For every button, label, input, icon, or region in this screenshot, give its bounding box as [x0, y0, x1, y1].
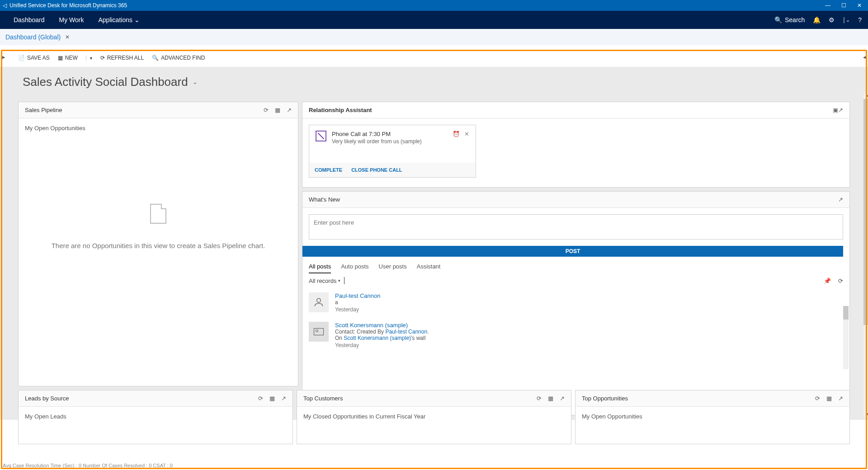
status-bar: Avg Case Resolution Time (Sec) : 0 Numbe…	[0, 462, 868, 470]
search-label: Search	[785, 16, 805, 24]
settings-dropdown-icon[interactable]: │⌄	[843, 17, 850, 23]
dismiss-card-icon[interactable]: ✕	[464, 131, 469, 145]
nav-my-work[interactable]: My Work	[52, 16, 91, 24]
dynamics-logo-icon: ◁	[3, 2, 7, 9]
save-as-button[interactable]: 📄 SAVE AS	[18, 55, 50, 61]
svg-point-0	[317, 298, 321, 302]
filter-label: All records	[309, 277, 336, 284]
advanced-find-button[interactable]: 🔍 ADVANCED FIND	[152, 55, 205, 61]
complete-action[interactable]: COMPLETE	[315, 167, 342, 173]
snooze-icon[interactable]: ⏰	[453, 131, 460, 145]
tab-assistant[interactable]: Assistant	[417, 263, 441, 273]
whats-new-panel: What's New ↗ POST All posts Auto posts U…	[302, 191, 850, 415]
refresh-icon[interactable]: ⟳	[258, 395, 263, 402]
empty-chart-placeholder: There are no Opportunities in this view …	[25, 204, 292, 249]
close-window-icon[interactable]: ✕	[857, 2, 862, 9]
new-dropdown[interactable]: ▾	[86, 56, 92, 61]
popout-icon[interactable]: ↗	[281, 395, 286, 402]
refresh-icon: ⟳	[100, 55, 105, 61]
chevron-down-icon: ⌄	[134, 16, 140, 24]
chevron-down-icon: ▾	[338, 278, 340, 283]
expand-right-panel-icon[interactable]: ◀	[863, 49, 867, 65]
grid-icon[interactable]: ▦	[275, 107, 280, 113]
card-title: Phone Call at 7:30 PM	[332, 131, 422, 137]
tab-all-posts[interactable]: All posts	[309, 263, 331, 273]
opportunities-subtitle: My Open Opportunities	[582, 413, 843, 420]
scroll-down-arrow[interactable]: ▼	[863, 412, 868, 418]
maximize-icon[interactable]: ☐	[841, 2, 846, 9]
nav-dashboard[interactable]: Dashboard	[6, 16, 52, 24]
dashboard-title: Sales Activity Social Dashboard	[23, 75, 188, 89]
refresh-icon[interactable]: ⟳	[537, 395, 542, 402]
popout-icon[interactable]: ↗	[838, 395, 843, 402]
refresh-icon[interactable]: ⟳	[264, 107, 269, 113]
relationship-assistant-panel: Relationship Assistant ▣↗ Phone Call at …	[302, 102, 850, 188]
post-author[interactable]: Scott Konersmann (sample)	[335, 322, 429, 329]
sales-pipeline-title: Sales Pipeline	[25, 107, 62, 113]
settings-gear-icon[interactable]: ⚙	[829, 16, 835, 24]
assistant-card[interactable]: Phone Call at 7:30 PM Very likely will o…	[309, 125, 476, 178]
content-scrollbar[interactable]: ▲ ▼	[863, 93, 868, 418]
post-input[interactable]	[309, 214, 843, 240]
save-as-label: SAVE AS	[27, 55, 50, 61]
post-list: Paul-test Cannon a Yesterday Scott Ko	[302, 288, 849, 353]
session-tabs: Dashboard (Global) ✕	[0, 29, 868, 45]
post-line2: On Scott Konersmann (sample)'s wall	[335, 335, 429, 341]
grid-icon[interactable]: ▦	[826, 395, 832, 402]
grid-icon[interactable]: ▦	[548, 395, 553, 402]
grid-icon[interactable]: ▦	[269, 395, 275, 402]
scroll-up-arrow[interactable]: ▲	[863, 93, 868, 99]
opportunities-title: Top Opportunities	[582, 395, 628, 402]
post-author[interactable]: Paul-test Cannon	[335, 292, 380, 299]
refresh-icon[interactable]: ⟳	[838, 277, 843, 284]
new-button[interactable]: ▦ NEW	[58, 55, 78, 61]
global-search[interactable]: 🔍 Search	[774, 16, 805, 24]
post-link[interactable]: Paul-test Cannon	[385, 329, 427, 335]
sales-pipeline-subtitle: My Open Opportunities	[25, 125, 292, 132]
close-phone-call-action[interactable]: CLOSE PHONE CALL	[351, 167, 402, 173]
scrollbar-thumb[interactable]	[863, 99, 868, 325]
document-icon	[150, 204, 166, 224]
tab-dashboard-global[interactable]: Dashboard (Global) ✕	[5, 33, 70, 41]
whats-new-title: What's New	[309, 196, 340, 203]
popout-icon[interactable]: ▣↗	[833, 107, 843, 113]
post-body: a	[335, 299, 380, 306]
dashboard-header: Sales Activity Social Dashboard ⌄	[0, 67, 868, 97]
command-bar: 📄 SAVE AS ▦ NEW ▾ ⟳ REFRESH ALL 🔍 ADVANC…	[0, 49, 868, 67]
nav-applications[interactable]: Applications ⌄	[91, 16, 147, 24]
popout-icon[interactable]: ↗	[560, 395, 565, 402]
top-opportunities-panel: Top Opportunities ⟳ ▦ ↗ My Open Opportun…	[575, 390, 850, 444]
refresh-all-label: REFRESH ALL	[107, 55, 144, 61]
post-button[interactable]: POST	[302, 246, 843, 257]
tab-auto-posts[interactable]: Auto posts	[341, 263, 368, 273]
new-label: NEW	[65, 55, 78, 61]
app-title: Unified Service Desk for Microsoft Dynam…	[9, 2, 127, 9]
post-item: Scott Konersmann (sample) Contact: Creat…	[309, 317, 843, 353]
notification-bell-icon[interactable]: 🔔	[813, 16, 821, 24]
post-line1: Contact: Created By Paul-test Cannon.	[335, 329, 429, 335]
posts-scrollbar[interactable]	[843, 306, 849, 369]
popout-icon[interactable]: ↗	[287, 107, 292, 113]
dashboard-selector-icon[interactable]: ⌄	[193, 79, 198, 85]
refresh-all-button[interactable]: ⟳ REFRESH ALL	[100, 55, 144, 61]
refresh-icon[interactable]: ⟳	[815, 395, 820, 402]
contact-card-icon	[309, 322, 329, 342]
leads-by-source-panel: Leads by Source ⟳ ▦ ↗ My Open Leads	[18, 390, 293, 444]
scrollbar-thumb[interactable]	[843, 306, 849, 320]
search-icon: 🔍	[774, 16, 782, 24]
pin-icon[interactable]: 📌	[824, 277, 831, 284]
popout-icon[interactable]: ↗	[838, 196, 843, 203]
customers-subtitle: My Closed Opportunities in Current Fisca…	[303, 413, 565, 420]
minimize-icon[interactable]: —	[825, 2, 830, 9]
post-link[interactable]: Scott Konersmann (sample)	[344, 335, 411, 341]
records-filter[interactable]: All records ▾	[309, 277, 340, 284]
post-tabs: All posts Auto posts User posts Assistan…	[302, 257, 849, 273]
new-icon: ▦	[58, 55, 63, 61]
user-avatar-icon	[309, 292, 329, 312]
tab-close-icon[interactable]: ✕	[65, 34, 70, 40]
nav-applications-label: Applications	[98, 16, 132, 24]
expand-left-panel-icon[interactable]: ▶	[1, 49, 5, 65]
tab-user-posts[interactable]: User posts	[379, 263, 407, 273]
help-icon[interactable]: ?	[858, 16, 862, 24]
leads-title: Leads by Source	[25, 395, 69, 402]
